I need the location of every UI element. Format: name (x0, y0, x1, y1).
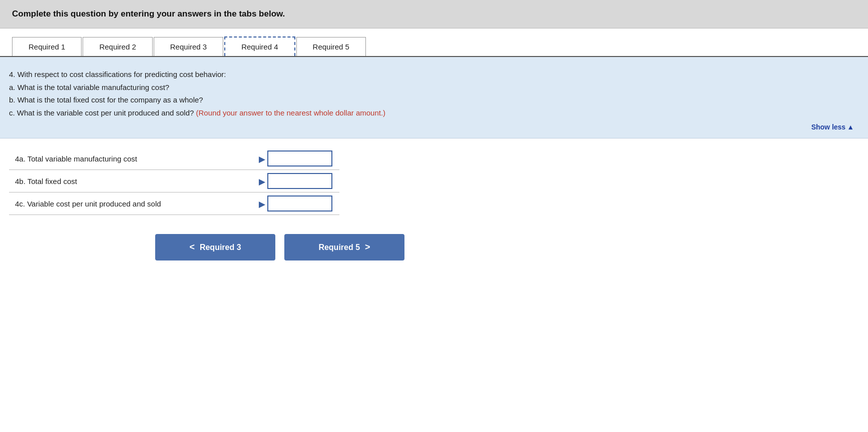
tab-req4[interactable]: Required 4 (224, 36, 295, 56)
question-part-c: c. What is the variable cost per unit pr… (9, 106, 854, 120)
answer-input-4c[interactable] (267, 196, 332, 212)
answer-label-4c: 4c. Variable cost per unit produced and … (9, 192, 257, 215)
question-part-b: b. What is the total fixed cost for the … (9, 94, 854, 106)
question-part-c-highlight: (Round your answer to the nearest whole … (194, 108, 385, 117)
input-arrow-icon-4b: ▶ (259, 176, 265, 187)
tab-req5[interactable]: Required 5 (296, 37, 366, 56)
question-part-a: a. What is the total variable manufactur… (9, 81, 854, 94)
question-text: 4. With respect to cost classifications … (9, 68, 854, 119)
answer-input-4b[interactable] (267, 173, 332, 189)
prev-button[interactable]: < Required 3 (155, 234, 275, 260)
answer-input-4a[interactable] (267, 150, 332, 166)
prev-button-label: Required 3 (200, 243, 241, 252)
answer-row-4c: 4c. Variable cost per unit produced and … (9, 192, 339, 215)
nav-buttons: < Required 3 Required 5 > (0, 215, 868, 260)
next-chevron-icon: > (365, 242, 370, 252)
question-box: 4. With respect to cost classifications … (0, 57, 868, 138)
show-less-arrow-icon: ▲ (847, 123, 854, 131)
input-arrow-icon-4c: ▶ (259, 199, 265, 210)
prev-chevron-icon: < (189, 242, 195, 252)
answer-input-cell-4b: ▶ (257, 170, 339, 192)
tab-req1[interactable]: Required 1 (12, 37, 82, 56)
header-instruction: Complete this question by entering your … (12, 9, 285, 18)
question-intro: 4. With respect to cost classifications … (9, 68, 854, 81)
question-part-c-prefix: c. What is the variable cost per unit pr… (9, 108, 194, 117)
answer-section: 4a. Total variable manufacturing cost▶4b… (0, 138, 868, 215)
answer-input-cell-4c: ▶ (257, 192, 339, 215)
next-button-label: Required 5 (318, 243, 360, 252)
answer-row-4a: 4a. Total variable manufacturing cost▶ (9, 148, 339, 170)
show-less-label: Show less (811, 123, 845, 131)
tab-req2[interactable]: Required 2 (83, 37, 152, 56)
header-bar: Complete this question by entering your … (0, 0, 868, 28)
answer-table: 4a. Total variable manufacturing cost▶4b… (9, 148, 339, 215)
answer-row-4b: 4b. Total fixed cost▶ (9, 170, 339, 192)
answer-input-cell-4a: ▶ (257, 148, 339, 170)
next-button[interactable]: Required 5 > (284, 234, 404, 260)
show-less-button[interactable]: Show less▲ (9, 123, 854, 131)
tabs-row: Required 1Required 2Required 3Required 4… (0, 28, 868, 57)
answer-label-4b: 4b. Total fixed cost (9, 170, 257, 192)
input-arrow-icon-4a: ▶ (259, 154, 265, 164)
tab-req3[interactable]: Required 3 (154, 37, 223, 56)
answer-label-4a: 4a. Total variable manufacturing cost (9, 148, 257, 170)
